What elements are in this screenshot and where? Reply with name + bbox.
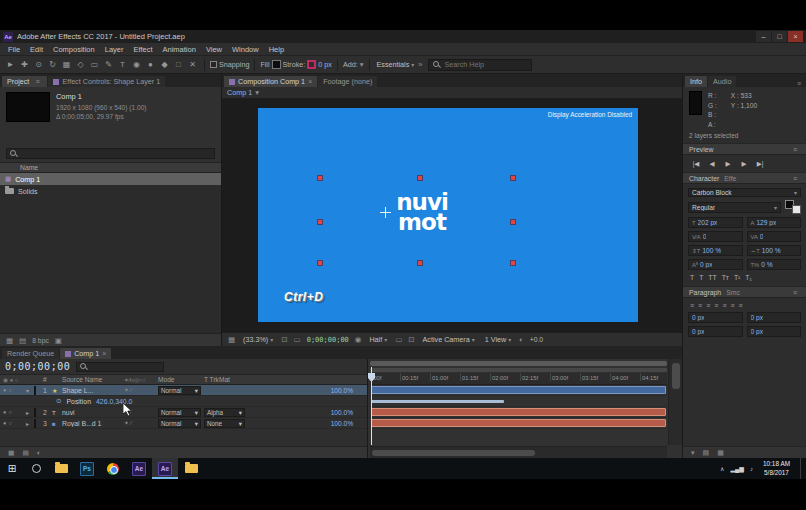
layer-name[interactable]: Royal B...d 1 [62,420,124,427]
layer-handle[interactable] [418,176,422,180]
layer-switches[interactable]: ✦ ∕ [124,420,158,426]
taskbar-folder-window[interactable] [178,458,204,479]
tool-icon[interactable]: ✕ [186,58,199,71]
leading-field[interactable]: A 129 px [747,217,802,228]
close-icon[interactable]: × [308,78,312,85]
tab-footage[interactable]: Footage (none) [318,76,377,87]
always-preview-icon[interactable]: ▦ [228,335,235,344]
minimize-button[interactable]: – [756,31,771,42]
layer-switches[interactable]: ✦ ∕ [124,387,158,393]
taskbar-photoshop[interactable]: Ps [74,458,100,479]
panel-option-icon[interactable]: ▾ [691,449,695,457]
layer-duration-bar[interactable] [371,419,666,427]
trash-icon[interactable]: ▣ [55,336,62,345]
align-button[interactable]: ≡ [739,302,743,309]
menu-item[interactable]: File [3,45,25,54]
motion-blur-icon[interactable]: ◐ [37,449,41,456]
layer-handle[interactable] [511,220,515,224]
tool-icon[interactable]: □ [172,58,185,71]
new-folder-icon[interactable]: ▤ [19,336,26,345]
tab-effects-truncated[interactable]: Effe [724,175,736,182]
transport-button[interactable]: ▶ [739,160,749,168]
project-search-box[interactable] [6,148,215,159]
grid-guides-icon[interactable]: ⊡ [281,335,287,344]
layer-name[interactable]: nuvi [62,409,124,416]
expander-icon[interactable]: ▸ [26,420,34,427]
layer-row-1[interactable]: ●○ ▾ 1 ★ Shape L... ✦ ∕ Normal▾ [0,385,367,396]
tool-icon[interactable]: ⊙ [32,58,45,71]
align-button[interactable]: ≡ [698,302,702,309]
tray-expand-icon[interactable]: ∧ [720,465,724,472]
menu-item[interactable]: Window [227,45,264,54]
tsume-field[interactable]: T% 0 % [747,259,802,270]
layer-duration-bar[interactable] [371,386,666,394]
taskbar-after-effects-running[interactable]: Ae [152,458,178,479]
transport-button[interactable]: ◀ [707,160,717,168]
close-icon[interactable]: × [102,350,106,357]
faux-style-button[interactable]: T [690,274,694,281]
blend-mode-dropdown[interactable]: Normal▾ [158,386,204,395]
maximize-button[interactable]: □ [772,31,787,42]
taskbar-after-effects[interactable]: Ae [126,458,152,479]
camera-dropdown[interactable]: Active Camera ▾ [421,335,477,344]
align-button[interactable]: ≡ [706,302,710,309]
layer-handle[interactable] [318,261,322,265]
mode-header[interactable]: Mode [158,376,204,383]
timeline-vertical-scrollbar[interactable] [668,359,682,445]
search-help-input[interactable] [444,60,527,69]
paragraph-panel-header[interactable]: Paragraph Smc ≡ [683,286,806,298]
align-button[interactable]: ≡ [722,302,726,309]
search-help-box[interactable] [428,59,532,71]
tab-render-queue[interactable]: Render Queue [2,348,59,359]
tab-audio[interactable]: Audio [708,76,736,87]
menu-item[interactable]: Layer [100,45,129,54]
list-item-solids[interactable]: Solids [0,185,221,197]
tool-icon[interactable]: ✎ [102,58,115,71]
menu-item[interactable]: Effect [128,45,157,54]
tool-icon[interactable]: ▭ [88,58,101,71]
taskbar-clock[interactable]: 10:18 AM 5/8/2017 [759,460,794,477]
toggle-switches-icon[interactable]: ▦ [8,449,14,457]
timeline-horizontal-scrollbar[interactable] [370,446,667,458]
av-toggles[interactable]: ●○ [0,409,26,415]
tool-icon[interactable]: ► [4,58,17,71]
panel-option-icon[interactable]: ▤ [703,449,710,457]
layer-row-2[interactable]: ●○ ▸ 2 T nuvi ✦ ∕ Normal▾ [0,407,367,418]
composition-canvas[interactable]: Display Acceleration Disabled nuvi mot C… [258,108,638,322]
layer-name[interactable]: Shape L... [62,387,124,394]
blend-mode-dropdown[interactable]: Normal▾ [158,408,204,417]
property-name[interactable]: Position [66,398,91,405]
transport-button[interactable]: ▶ [723,160,733,168]
cortana-search-button[interactable] [24,458,48,479]
tab-timeline-comp[interactable]: Comp 1 × [60,348,111,359]
menu-item[interactable]: View [201,45,227,54]
workspace-overflow-icon[interactable]: » [418,60,422,69]
panel-menu-icon[interactable]: ≡ [790,289,800,296]
panel-menu-icon[interactable]: ≡ [794,80,804,87]
item-thumbnail[interactable] [6,92,50,122]
transport-button[interactable]: |◀ [691,160,701,168]
av-toggles[interactable]: ●○ [0,387,26,393]
expander-icon[interactable]: ▸ [26,409,34,416]
layer-handle[interactable] [418,261,422,265]
project-name-column-header[interactable]: Name [0,162,221,173]
timeline-track-area[interactable]: :00f00:15f01:00f01:15f02:00f02:15f03:00f… [368,359,682,458]
baseline-shift-field[interactable]: Aª 0 px [688,259,743,270]
tool-icon[interactable]: ✚ [18,58,31,71]
magnification-dropdown[interactable]: (33.3%) ▾ [241,335,275,344]
panel-menu-icon[interactable]: ≡ [790,175,800,182]
font-size-field[interactable]: T 202 px [688,217,743,228]
tool-icon[interactable]: ◆ [158,58,171,71]
tool-icon[interactable]: ◇ [74,58,87,71]
kerning-field[interactable]: V∕A 0 [688,231,743,242]
tool-icon[interactable]: T [116,58,129,71]
menu-item[interactable]: Help [264,45,289,54]
view-layout-dropdown[interactable]: 1 View ▾ [483,335,513,344]
tab-paragraph-second[interactable]: Smc [726,289,740,296]
tool-icon[interactable]: ↻ [46,58,59,71]
label-swatch[interactable] [34,387,43,394]
menu-item[interactable]: Animation [158,45,201,54]
source-name-header[interactable]: Source Name [62,376,124,383]
trkmat-dropdown[interactable]: Alpha▾ [204,408,248,417]
add-icon[interactable]: ▾ [360,60,364,69]
